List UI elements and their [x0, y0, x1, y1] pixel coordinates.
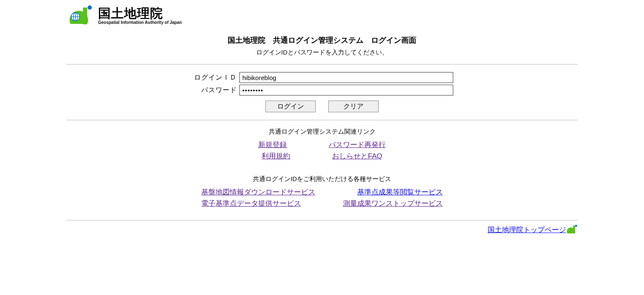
link-basemap-download[interactable]: 基盤地図情報ダウンロードサービス	[201, 187, 315, 197]
password-label: パスワード	[191, 86, 237, 95]
link-gnss-data[interactable]: 電子基準点データ提供サービス	[201, 199, 301, 208]
link-survey-onestop[interactable]: 測量成果ワンストップサービス	[343, 199, 443, 208]
logo-name-en: Geospatial Information Authority of Japa…	[98, 21, 182, 25]
login-id-input[interactable]	[239, 72, 453, 83]
login-id-label: ログインＩＤ	[191, 73, 237, 82]
link-faq[interactable]: おしらせとFAQ	[332, 151, 382, 161]
link-control-point[interactable]: 基準点成果等閲覧サービス	[357, 187, 443, 197]
svg-point-8	[575, 225, 577, 227]
related-links-header: 共通ログイン管理システム関連リンク	[66, 128, 578, 136]
page-title: 国土地理院 共通ログイン管理システム ログイン画面	[66, 35, 578, 45]
logo-name-jp: 国土地理院	[98, 7, 182, 20]
link-register[interactable]: 新規登録	[258, 140, 287, 150]
login-form: ログインＩＤ パスワード ログイン クリア	[66, 65, 578, 120]
svg-rect-7	[573, 225, 575, 233]
header-logo-area: 国土地理院 Geospatial Information Authority o…	[66, 5, 578, 27]
related-links-section: 共通ログイン管理システム関連リンク 新規登録 パスワード再発行 利用規約 おしら…	[66, 120, 578, 220]
link-gsi-home[interactable]: 国土地理院トップページ	[488, 226, 566, 234]
link-password-reissue[interactable]: パスワード再発行	[329, 140, 386, 150]
services-header: 共通ログインIDをご利用いただける各種サービス	[66, 175, 578, 183]
login-button[interactable]: ログイン	[265, 101, 316, 112]
clear-button[interactable]: クリア	[328, 101, 379, 112]
link-terms[interactable]: 利用規約	[262, 151, 290, 161]
gsi-small-logo-icon	[566, 225, 578, 233]
svg-rect-0	[83, 8, 87, 24]
gsi-logo-icon	[66, 5, 96, 27]
page-instruction: ログインIDとパスワードを入力してください。	[66, 49, 578, 57]
svg-point-1	[88, 5, 92, 10]
gsi-logo-text: 国土地理院 Geospatial Information Authority o…	[98, 7, 182, 25]
password-input[interactable]	[239, 85, 453, 96]
